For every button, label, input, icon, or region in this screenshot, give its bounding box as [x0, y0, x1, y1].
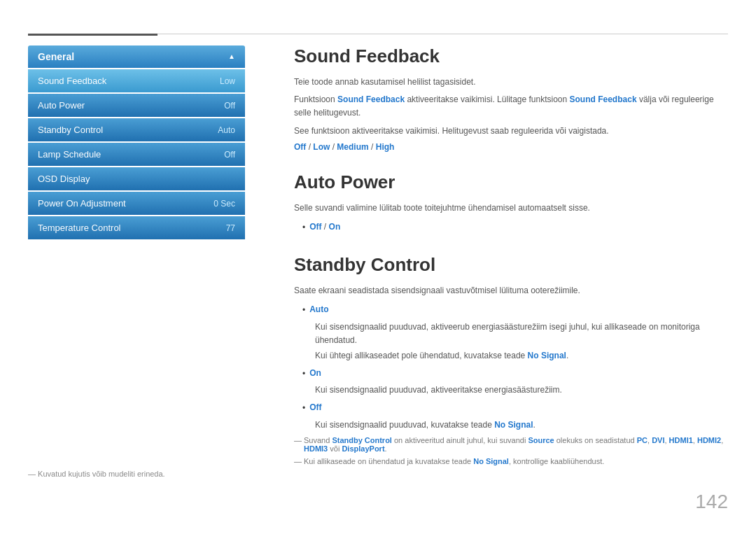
sidebar-item-value: Auto — [218, 125, 235, 135]
sidebar-item-lamp-schedule[interactable]: Lamp Schedule Off — [28, 143, 245, 166]
standby-note1: Suvand Standby Control on aktiveeritud a… — [294, 436, 728, 453]
auto-desc2-prefix: Kui ühtegi allikaseadet pole ühendatud, … — [315, 351, 528, 360]
desc2-prefix: Funktsioon — [294, 94, 337, 104]
footer-note: Kuvatud kujutis võib mudeliti erineda. — [28, 470, 165, 478]
standby-auto-desc1: Kui sisendsignaalid puuduvad, aktiveerub… — [315, 321, 728, 347]
sound-feedback-title: Sound Feedback — [294, 45, 728, 67]
sidebar-item-label: Lamp Schedule — [38, 149, 101, 160]
standby-on-desc: Kui sisendsignaalid puuduvad, aktiveerit… — [315, 384, 728, 397]
sidebar-title: General ▲ — [28, 45, 245, 68]
opt-on: On — [329, 222, 341, 232]
standby-off-label: Off — [309, 401, 321, 414]
opt-low: Low — [313, 142, 330, 152]
main-content: Sound Feedback Teie toode annab kasutami… — [294, 45, 728, 468]
opt-high: High — [376, 142, 395, 152]
standby-control-desc: Saate ekraani seadistada sisendsignaali … — [294, 284, 728, 297]
sidebar-item-power-on-adjustment[interactable]: Power On Adjustment 0 Sec — [28, 192, 245, 215]
page-number: 142 — [695, 491, 728, 513]
auto-power-desc: Selle suvandi valimine lülitab toote toi… — [294, 202, 728, 215]
sidebar-item-label: Power On Adjustment — [38, 198, 126, 209]
no-signal-highlight1: No Signal — [528, 351, 566, 360]
standby-auto-item: • Auto — [302, 303, 728, 317]
sound-feedback-options: Off / Low / Medium / High — [294, 142, 728, 152]
standby-auto-label: Auto — [309, 303, 328, 316]
sound-feedback-desc3: See funktsioon aktiveeritakse vaikimisi.… — [294, 125, 728, 138]
auto-desc2-suffix: . — [566, 351, 568, 360]
desc2-middle: aktiveeritakse vaikimisi. Lülitage funkt… — [405, 94, 569, 104]
desc2-highlight2: Sound Feedback — [570, 94, 637, 104]
off-desc-prefix: Kui sisendsignaalid puuduvad, kuvatakse … — [315, 420, 494, 430]
opt-sep3: / — [369, 142, 376, 152]
sidebar-item-label: Standby Control — [38, 125, 103, 135]
sidebar-item-label: Auto Power — [38, 100, 85, 111]
opt-sep: / — [322, 222, 329, 232]
standby-note2: Kui allikaseade on ühendatud ja kuvataks… — [294, 457, 728, 465]
sidebar-item-sound-feedback[interactable]: Sound Feedback Low — [28, 69, 245, 92]
auto-power-option-text: Off / On — [309, 220, 340, 234]
sidebar-item-value: 77 — [226, 223, 235, 233]
sound-feedback-desc1: Teie toode annab kasutamisel helilist ta… — [294, 76, 728, 89]
opt-medium: Medium — [337, 142, 368, 152]
bullet-dot-on: • — [302, 367, 305, 381]
sidebar-item-standby-control[interactable]: Standby Control Auto — [28, 118, 245, 141]
sidebar-arrow-icon: ▲ — [228, 52, 235, 60]
standby-control-note-highlight: Standby Control — [332, 436, 392, 444]
bullet-dot-auto: • — [302, 304, 305, 317]
sidebar-item-label: OSD Display — [38, 174, 90, 184]
sidebar-title-label: General — [38, 51, 74, 62]
sidebar-item-value: Off — [224, 150, 235, 160]
standby-on-item: • On — [302, 367, 728, 381]
off-highlight: Off — [309, 402, 321, 412]
pc-highlight: PC — [637, 436, 648, 444]
sound-feedback-desc2: Funktsioon Sound Feedback aktiveeritakse… — [294, 93, 728, 120]
desc2-highlight1: Sound Feedback — [337, 94, 405, 104]
sidebar-item-auto-power[interactable]: Auto Power Off — [28, 94, 245, 117]
no-signal-highlight2: No Signal — [494, 420, 533, 430]
sidebar-item-osd-display[interactable]: OSD Display — [28, 167, 245, 190]
sidebar-item-label: Sound Feedback — [38, 76, 106, 86]
opt-sep2: / — [330, 142, 337, 152]
standby-off-item: • Off — [302, 401, 728, 415]
auto-power-bullets: • Off / On — [302, 220, 728, 234]
standby-auto-desc2: Kui ühtegi allikaseadet pole ühendatud, … — [315, 349, 728, 363]
sidebar-item-value: Off — [224, 101, 235, 111]
dvi-highlight: DVI — [652, 436, 664, 444]
opt-off2: Off — [309, 222, 321, 232]
hdmi1-highlight: HDMI1 — [669, 436, 693, 444]
standby-on-label: On — [309, 367, 321, 380]
bullet-dot-off: • — [302, 402, 305, 415]
auto-highlight: Auto — [309, 304, 328, 314]
auto-power-option: • Off / On — [302, 220, 728, 234]
bullet-dot: • — [302, 221, 305, 234]
sidebar-item-label: Temperature Control — [38, 223, 121, 233]
auto-power-title: Auto Power — [294, 171, 728, 193]
sidebar-item-temperature-control[interactable]: Temperature Control 77 — [28, 216, 245, 239]
opt-sep1: / — [306, 142, 313, 152]
sidebar-item-value: 0 Sec — [214, 199, 235, 209]
standby-off-desc: Kui sisendsignaalid puuduvad, kuvatakse … — [315, 419, 728, 432]
off-desc-suffix: . — [533, 420, 536, 430]
top-divider-accent — [28, 34, 158, 36]
standby-control-bullets: • Auto Kui sisendsignaalid puuduvad, akt… — [302, 303, 728, 432]
sidebar-item-value: Low — [220, 76, 235, 86]
sidebar: General ▲ Sound Feedback Low Auto Power … — [28, 45, 245, 239]
source-highlight: Source — [528, 436, 554, 444]
displayport-highlight: DisplayPort — [342, 444, 384, 453]
hdmi3-highlight: HDMI3 — [304, 444, 328, 453]
hdmi2-highlight: HDMI2 — [697, 436, 721, 444]
no-signal-highlight3: No Signal — [473, 457, 509, 465]
opt-off: Off — [294, 142, 306, 152]
on-highlight: On — [309, 368, 321, 378]
standby-control-title: Standby Control — [294, 254, 728, 276]
